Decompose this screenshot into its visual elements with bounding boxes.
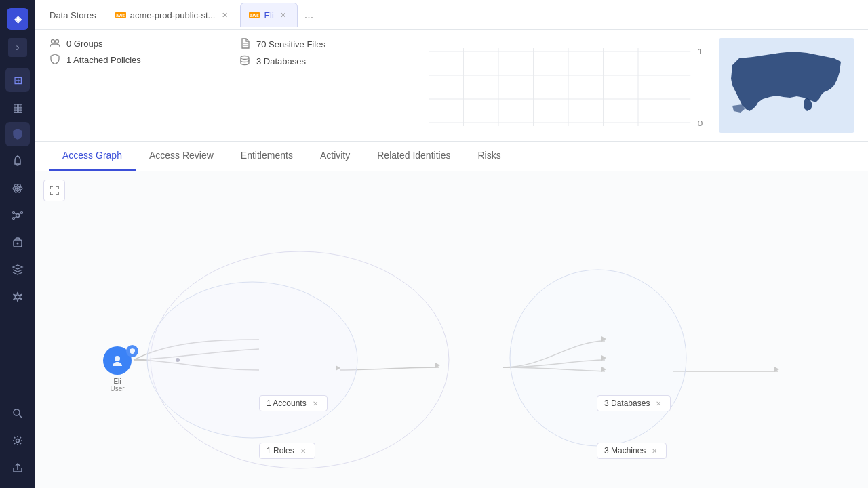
node-databases[interactable]: 3 Databases ✕ xyxy=(597,395,671,411)
node-roles-label: 1 Roles xyxy=(267,446,294,455)
tab-risks[interactable]: Risks xyxy=(464,142,514,171)
svg-marker-54 xyxy=(601,367,606,372)
sidebar-item-starburst[interactable] xyxy=(5,285,30,309)
groups-icon xyxy=(49,38,61,49)
svg-line-14 xyxy=(19,415,22,418)
sidebar-item-shield[interactable] xyxy=(5,122,30,146)
sidebar-search-icon[interactable] xyxy=(5,401,30,426)
svg-text:Oct: Oct xyxy=(439,132,454,133)
sidebar-settings-icon[interactable] xyxy=(5,428,30,453)
svg-point-4 xyxy=(16,214,20,218)
sidebar-item-grid[interactable]: ⊞ xyxy=(5,68,30,92)
user-name: Eli xyxy=(113,378,121,385)
sidebar-bottom xyxy=(5,401,30,480)
node-databases-close[interactable]: ✕ xyxy=(654,399,663,408)
node-roles-close[interactable]: ✕ xyxy=(298,446,308,455)
user-label: Eli User xyxy=(100,378,135,392)
aws-icon-eli: aws xyxy=(249,12,260,18)
svg-text:0: 0 xyxy=(698,119,703,127)
svg-point-56 xyxy=(176,358,180,362)
node-machines-label: 3 Machines xyxy=(604,446,646,455)
geo-map xyxy=(719,38,854,133)
node-accounts-close[interactable]: ✕ xyxy=(311,399,320,408)
sidebar-logo[interactable]: ◈ xyxy=(7,8,28,30)
sensitive-files-icon xyxy=(239,38,251,51)
tab-risks-label: Risks xyxy=(477,150,500,161)
sidebar-share-icon[interactable] xyxy=(5,455,30,480)
sidebar-collapse-button[interactable]: › xyxy=(8,38,27,57)
sidebar-item-chart[interactable]: ▦ xyxy=(5,95,30,119)
node-roles[interactable]: 1 Roles ✕ xyxy=(259,443,315,459)
graph-connections xyxy=(35,171,868,488)
svg-point-13 xyxy=(14,409,20,415)
tab-related-identities[interactable]: Related Identities xyxy=(363,142,464,171)
tab-entitlements-label: Entitlements xyxy=(241,150,293,161)
svg-marker-53 xyxy=(601,355,606,361)
svg-point-48 xyxy=(147,282,357,438)
activity-chart: 1 0 1 0 Oct 25 26 27 28 29 30 31 Nov 1 xyxy=(429,38,708,133)
sidebar-item-layers[interactable] xyxy=(5,258,30,282)
info-right-charts: 1 0 1 0 Oct 25 26 27 28 29 30 31 Nov 1 xyxy=(429,38,854,133)
tab-acme-prod-label: acme-prod-public-st... xyxy=(130,10,216,20)
tab-data-stores-label: Data Stores xyxy=(50,10,96,20)
info-panel: 0 Groups 1 Attached Policies xyxy=(35,30,868,142)
sidebar-item-bell[interactable] xyxy=(5,149,30,174)
sensitive-files-label: 70 Sensitive Files xyxy=(256,39,326,49)
svg-marker-55 xyxy=(774,367,779,372)
sidebar-item-nodes[interactable] xyxy=(5,203,30,228)
svg-point-17 xyxy=(56,40,59,43)
tab-eli-label: Eli xyxy=(264,10,273,20)
fullscreen-button[interactable] xyxy=(43,180,65,201)
svg-marker-51 xyxy=(435,363,440,368)
svg-text:Nov: Nov xyxy=(679,132,695,133)
tab-related-identities-label: Related Identities xyxy=(377,150,450,161)
cursor-indicator: ↖ xyxy=(624,485,635,488)
node-machines-close[interactable]: ✕ xyxy=(650,446,659,455)
sidebar-item-shield2[interactable] xyxy=(5,230,30,255)
svg-point-57 xyxy=(115,356,120,361)
databases-info: 3 Databases xyxy=(239,55,429,68)
sidebar-item-atom[interactable] xyxy=(5,176,30,201)
info-left: 0 Groups 1 Attached Policies xyxy=(49,38,239,133)
tab-acme-prod[interactable]: aws acme-prod-public-st... ✕ xyxy=(106,3,239,27)
node-accounts[interactable]: 1 Accounts ✕ xyxy=(259,395,328,411)
svg-point-15 xyxy=(16,439,20,443)
policies-label: 1 Attached Policies xyxy=(66,55,141,65)
tab-eli-close[interactable]: ✕ xyxy=(278,9,289,20)
svg-marker-50 xyxy=(336,365,340,371)
main-content: Data Stores aws acme-prod-public-st... ✕… xyxy=(35,0,868,488)
graph-controls xyxy=(43,180,65,201)
databases-label: 3 Databases xyxy=(256,56,306,66)
tab-access-review-label: Access Review xyxy=(149,150,214,161)
info-middle: 70 Sensitive Files 3 Databases xyxy=(239,38,429,133)
tab-data-stores[interactable]: Data Stores xyxy=(41,3,105,27)
node-databases-label: 3 Databases xyxy=(604,399,650,408)
tab-bar: Data Stores aws acme-prod-public-st... ✕… xyxy=(35,0,868,30)
node-machines[interactable]: 3 Machines ✕ xyxy=(597,443,667,459)
groups-info: 0 Groups xyxy=(49,38,239,49)
graph-area: Eli User 1 Accounts ✕ 1 Roles ✕ Direct ✕… xyxy=(35,171,868,488)
tab-activity[interactable]: Activity xyxy=(307,142,363,171)
svg-point-47 xyxy=(151,251,449,468)
user-badge xyxy=(126,345,138,357)
svg-line-9 xyxy=(19,214,21,215)
tab-more-button[interactable]: ... xyxy=(299,6,319,24)
aws-icon-acme: aws xyxy=(115,12,126,18)
databases-icon xyxy=(239,55,251,68)
svg-line-10 xyxy=(14,217,16,218)
tab-acme-prod-close[interactable]: ✕ xyxy=(219,9,230,20)
node-accounts-label: 1 Accounts xyxy=(267,399,307,408)
sensitive-files-info: 70 Sensitive Files xyxy=(239,38,429,51)
svg-text:1: 1 xyxy=(698,47,703,56)
policies-icon xyxy=(49,54,61,66)
tab-entitlements[interactable]: Entitlements xyxy=(227,142,307,171)
nav-tabs: Access Graph Access Review Entitlements … xyxy=(35,142,868,171)
groups-label: 0 Groups xyxy=(66,39,102,49)
svg-marker-52 xyxy=(601,336,606,342)
tab-activity-label: Activity xyxy=(320,150,350,161)
tab-access-graph[interactable]: Access Graph xyxy=(49,142,136,171)
svg-line-8 xyxy=(14,214,16,215)
tab-eli[interactable]: aws Eli ✕ xyxy=(240,3,297,27)
tab-access-review[interactable]: Access Review xyxy=(136,142,227,171)
svg-point-0 xyxy=(16,187,19,190)
